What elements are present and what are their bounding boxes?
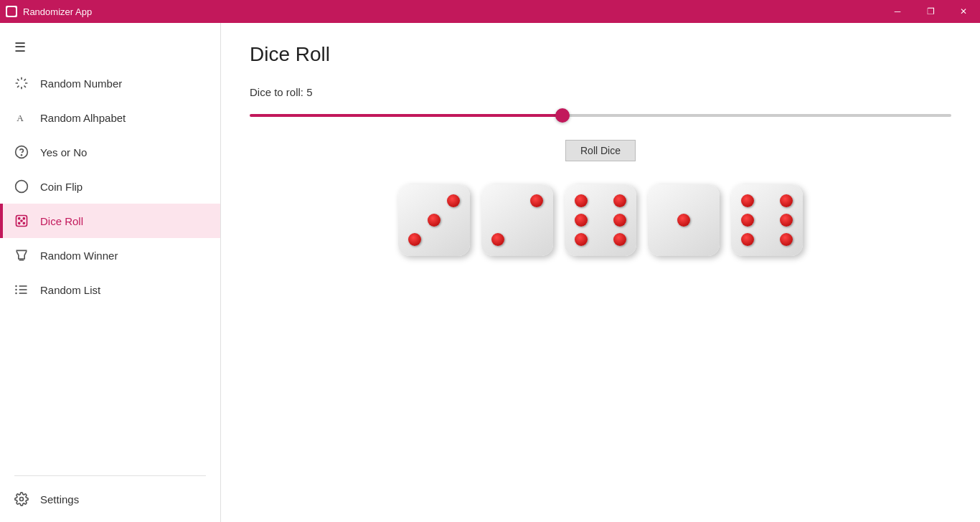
- settings-icon: [14, 492, 29, 506]
- dot: [613, 233, 626, 246]
- sidebar-item-yes-or-no[interactable]: Yes or No: [0, 135, 220, 169]
- question-icon: [14, 145, 29, 159]
- main-content: Dice Roll Dice to roll: 5 Roll Dice: [221, 23, 980, 522]
- die-face-1: [398, 184, 470, 256]
- app-layout: ☰ Random Number A Random Alhpabet Yes or…: [0, 23, 980, 522]
- sidebar-item-label: Random List: [40, 284, 100, 296]
- sidebar-item-label: Dice Roll: [40, 215, 83, 227]
- settings-label: Settings: [40, 493, 79, 506]
- alphabet-icon: A: [14, 110, 29, 125]
- hamburger-icon: ☰: [14, 39, 26, 55]
- dot: [741, 194, 754, 207]
- coin-icon: [14, 179, 29, 194]
- dot: [677, 214, 690, 227]
- die-face-4: [648, 184, 720, 256]
- roll-dice-button[interactable]: Roll Dice: [565, 140, 636, 161]
- sidebar: ☰ Random Number A Random Alhpabet Yes or…: [0, 23, 221, 522]
- dice-results: [250, 184, 951, 256]
- die-3: [565, 184, 636, 256]
- die-1: [398, 184, 470, 256]
- svg-text:A: A: [17, 113, 24, 123]
- restore-button[interactable]: ❐: [914, 0, 947, 23]
- dice-count-label: Dice to roll: 5: [250, 86, 951, 98]
- dot: [741, 214, 754, 227]
- svg-point-9: [23, 222, 24, 224]
- sidebar-item-random-winner[interactable]: Random Winner: [0, 238, 220, 272]
- roll-button-container: Roll Dice: [250, 140, 951, 161]
- sidebar-divider: [14, 475, 206, 476]
- dot: [408, 233, 421, 246]
- titlebar-title: Randomizer App: [23, 6, 92, 17]
- die-4: [648, 184, 720, 256]
- sidebar-item-dice-roll[interactable]: Dice Roll: [0, 204, 220, 238]
- svg-rect-0: [7, 7, 16, 16]
- die-2: [481, 184, 553, 256]
- list-icon: [14, 283, 29, 297]
- die-face-3: [565, 184, 636, 256]
- svg-point-17: [20, 498, 24, 501]
- minimize-button[interactable]: ─: [881, 0, 914, 23]
- sidebar-item-random-alphabet[interactable]: A Random Alhpabet: [0, 100, 220, 135]
- dot: [575, 233, 588, 246]
- dice-icon: [14, 214, 29, 228]
- dot: [780, 194, 793, 207]
- dot: [613, 214, 626, 227]
- svg-point-6: [19, 218, 20, 219]
- sidebar-item-settings[interactable]: Settings: [0, 482, 220, 516]
- sidebar-item-label: Coin Flip: [40, 181, 83, 193]
- svg-point-10: [21, 220, 22, 222]
- dot: [780, 214, 793, 227]
- dot: [613, 194, 626, 207]
- page-title: Dice Roll: [250, 43, 951, 66]
- svg-point-8: [19, 222, 20, 224]
- sidebar-item-label: Random Winner: [40, 250, 118, 262]
- die-face-5: [731, 184, 803, 256]
- dot: [741, 233, 754, 246]
- sidebar-bottom: Settings: [0, 470, 220, 522]
- dice-slider-container: [250, 107, 951, 120]
- titlebar-left: Randomizer App: [6, 6, 92, 17]
- sidebar-item-random-list[interactable]: Random List: [0, 272, 220, 307]
- svg-point-7: [23, 218, 24, 219]
- die-face-2: [481, 184, 553, 256]
- sidebar-item-label: Random Alhpabet: [40, 112, 126, 124]
- dot: [780, 233, 793, 246]
- close-button[interactable]: ✕: [947, 0, 980, 23]
- dot: [575, 194, 588, 207]
- app-icon: [6, 6, 17, 17]
- dice-slider[interactable]: [250, 114, 951, 117]
- dot: [530, 194, 543, 207]
- svg-point-4: [16, 181, 28, 193]
- dot: [447, 194, 460, 207]
- sidebar-item-coin-flip[interactable]: Coin Flip: [0, 169, 220, 204]
- sidebar-toggle[interactable]: ☰: [0, 29, 220, 66]
- dot: [575, 214, 588, 227]
- titlebar-controls: ─ ❐ ✕: [881, 0, 980, 23]
- winner-icon: [14, 248, 29, 262]
- random-number-icon: [14, 76, 29, 90]
- dot: [428, 214, 440, 227]
- sidebar-item-label: Yes or No: [40, 146, 87, 158]
- dot: [491, 233, 504, 246]
- sidebar-item-label: Random Number: [40, 77, 122, 90]
- die-5: [731, 184, 803, 256]
- titlebar: Randomizer App ─ ❐ ✕: [0, 0, 980, 23]
- sidebar-item-random-number[interactable]: Random Number: [0, 66, 220, 100]
